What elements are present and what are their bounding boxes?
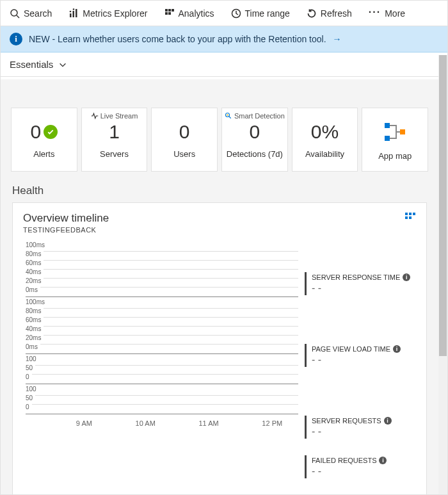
metric-label: SERVER REQUESTS bbox=[312, 417, 381, 425]
svg-rect-8 bbox=[168, 9, 171, 12]
users-value: 0 bbox=[179, 121, 190, 143]
y-tick: 40ms bbox=[26, 325, 44, 332]
grid-icon bbox=[164, 8, 175, 19]
chevron-down-icon bbox=[58, 60, 67, 69]
x-axis: 9 AM 10 AM 11 AM 12 PM bbox=[54, 414, 304, 427]
y-tick: 50 bbox=[26, 364, 35, 371]
svg-rect-2 bbox=[70, 13, 72, 17]
info-icon: i bbox=[403, 273, 410, 281]
tile-servers[interactable]: Live Stream 1 Servers bbox=[81, 108, 148, 172]
refresh-button[interactable]: Refresh bbox=[303, 6, 356, 21]
more-label: More bbox=[385, 8, 405, 19]
y-tick: 0ms bbox=[26, 286, 40, 293]
chart-page-view-load-time: 100ms 80ms 60ms 40ms 20ms 0ms bbox=[26, 297, 298, 354]
metric-page-view-load-time[interactable]: PAGE VIEW LOAD TIMEi - - bbox=[305, 344, 416, 367]
chart-plots: 100ms 80ms 60ms 40ms 20ms 0ms 100ms 80ms… bbox=[23, 240, 298, 486]
metrics-explorer-label: Metrics Explorer bbox=[83, 8, 147, 19]
chart-metrics-legend: SERVER RESPONSE TIMEi - - PAGE VIEW LOAD… bbox=[305, 240, 416, 486]
appmap-caption: App map bbox=[378, 151, 412, 161]
more-button[interactable]: ··· More bbox=[365, 5, 409, 22]
info-icon: i bbox=[10, 33, 22, 45]
y-tick: 20ms bbox=[26, 277, 44, 284]
svg-point-5 bbox=[70, 10, 72, 12]
search-label: Search bbox=[24, 8, 52, 19]
metric-value: - - bbox=[312, 282, 416, 294]
svg-point-15 bbox=[227, 114, 228, 115]
pin-chart-button[interactable] bbox=[404, 212, 416, 225]
chart-title: Overview timeline bbox=[23, 212, 416, 225]
x-tick: 9 AM bbox=[76, 419, 92, 427]
tile-row: 0 Alerts Live Stream 1 Servers 0 Users S… bbox=[1, 79, 438, 178]
overview-timeline-card[interactable]: Overview timeline TESTINGFEEDBACK 100ms … bbox=[12, 202, 427, 494]
analytics-button[interactable]: Analytics bbox=[161, 6, 218, 21]
metric-value: - - bbox=[312, 426, 416, 437]
svg-line-14 bbox=[229, 117, 231, 118]
banner-text: NEW - Learn whether users come back to y… bbox=[29, 34, 326, 44]
pulse-icon bbox=[91, 112, 99, 120]
detections-overline: Smart Detection bbox=[234, 112, 285, 120]
svg-rect-9 bbox=[172, 9, 174, 12]
metric-label: SERVER RESPONSE TIME bbox=[312, 273, 400, 281]
detections-caption: Detections (7d) bbox=[227, 149, 283, 159]
time-range-label: Time range bbox=[245, 8, 290, 19]
svg-line-1 bbox=[17, 15, 19, 18]
y-tick: 60ms bbox=[26, 259, 44, 266]
metrics-explorer-button[interactable]: Metrics Explorer bbox=[65, 6, 151, 21]
magnifier-bulb-icon bbox=[225, 112, 232, 120]
chart-server-requests: 100 50 0 bbox=[26, 354, 298, 384]
health-label: Health bbox=[1, 184, 438, 202]
y-tick: 0ms bbox=[26, 343, 40, 350]
refresh-icon bbox=[307, 8, 317, 19]
scrollbar-thumb[interactable] bbox=[439, 55, 447, 356]
x-tick: 11 AM bbox=[198, 419, 218, 427]
scrollbar[interactable] bbox=[438, 55, 447, 494]
users-caption: Users bbox=[173, 149, 195, 159]
svg-rect-4 bbox=[76, 9, 77, 17]
time-range-button[interactable]: Time range bbox=[227, 6, 294, 21]
tile-appmap[interactable]: App map bbox=[362, 108, 428, 172]
metric-value: - - bbox=[312, 354, 416, 366]
y-tick: 100ms bbox=[26, 241, 47, 248]
info-icon: i bbox=[393, 345, 401, 353]
info-banner[interactable]: i NEW - Learn whether users come back to… bbox=[1, 26, 447, 53]
essentials-toggle[interactable]: Essentials bbox=[1, 53, 447, 77]
x-tick: 10 AM bbox=[136, 419, 156, 427]
essentials-label: Essentials bbox=[10, 59, 53, 70]
svg-rect-10 bbox=[165, 12, 168, 15]
svg-point-0 bbox=[11, 10, 17, 16]
tile-users[interactable]: 0 Users bbox=[151, 108, 218, 172]
metric-label: PAGE VIEW LOAD TIME bbox=[312, 345, 390, 353]
svg-rect-19 bbox=[405, 213, 408, 215]
arrow-right-icon: → bbox=[333, 34, 342, 44]
availability-value: 0% bbox=[311, 121, 339, 143]
metric-server-requests[interactable]: SERVER REQUESTSi - - bbox=[305, 416, 416, 439]
servers-caption: Servers bbox=[100, 149, 129, 159]
search-button[interactable]: Search bbox=[6, 6, 56, 21]
tile-detections[interactable]: Smart Detection 0 Detections (7d) bbox=[221, 108, 288, 172]
content-pane: 0 Alerts Live Stream 1 Servers 0 Users S… bbox=[1, 79, 438, 494]
tile-availability[interactable]: 0% Availability bbox=[292, 108, 358, 172]
info-icon: i bbox=[379, 457, 387, 464]
toolbar: Search Metrics Explorer Analytics Time r… bbox=[1, 1, 447, 26]
y-tick: 40ms bbox=[26, 268, 44, 275]
info-icon: i bbox=[384, 417, 392, 425]
y-tick: 50 bbox=[26, 394, 35, 402]
svg-rect-22 bbox=[405, 216, 408, 219]
clock-icon bbox=[231, 8, 241, 19]
chart-server-response-time: 100ms 80ms 60ms 40ms 20ms 0ms bbox=[26, 240, 298, 297]
y-tick: 80ms bbox=[26, 307, 44, 314]
chart-subtitle: TESTINGFEEDBACK bbox=[23, 226, 416, 234]
check-circle-icon bbox=[44, 125, 58, 139]
y-tick: 0 bbox=[26, 403, 32, 410]
tile-alerts[interactable]: 0 Alerts bbox=[11, 108, 77, 172]
y-tick: 100 bbox=[26, 355, 39, 362]
y-tick: 100 bbox=[26, 385, 39, 393]
y-tick: 20ms bbox=[26, 334, 44, 341]
metric-server-response-time[interactable]: SERVER RESPONSE TIMEi - - bbox=[305, 272, 416, 295]
y-tick: 0 bbox=[26, 373, 32, 380]
metric-failed-requests[interactable]: FAILED REQUESTSi - - bbox=[305, 455, 416, 478]
svg-rect-3 bbox=[73, 11, 75, 17]
ellipsis-icon: ··· bbox=[369, 6, 381, 18]
alerts-caption: Alerts bbox=[33, 149, 54, 159]
svg-rect-11 bbox=[168, 12, 171, 15]
